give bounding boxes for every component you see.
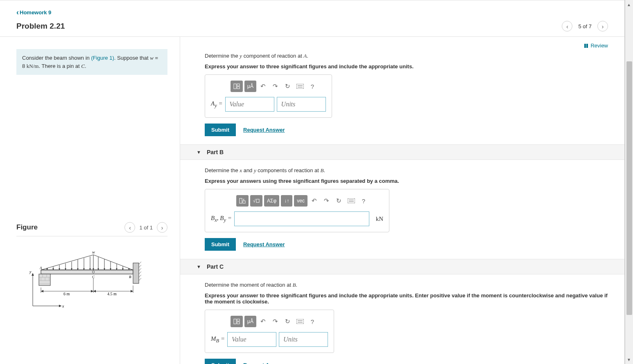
part-b-submit-button[interactable]: Submit bbox=[205, 238, 236, 251]
template-button[interactable] bbox=[231, 81, 243, 92]
template-button[interactable] bbox=[231, 316, 243, 327]
units-button[interactable]: μÅ bbox=[244, 316, 256, 327]
part-c-units-input[interactable] bbox=[279, 332, 328, 347]
svg-rect-73 bbox=[348, 198, 355, 203]
part-b-header[interactable]: ▼ Part B bbox=[180, 144, 624, 160]
figure-title: Figure bbox=[16, 223, 38, 231]
part-a-value-input[interactable] bbox=[225, 97, 274, 112]
svg-point-45 bbox=[93, 271, 95, 273]
keyboard-icon[interactable] bbox=[295, 316, 305, 327]
scroll-up-icon[interactable]: ▲ bbox=[625, 1, 633, 8]
greek-button[interactable]: ΑΣφ bbox=[264, 195, 279, 207]
svg-line-48 bbox=[139, 265, 141, 267]
reset-icon[interactable]: ↻ bbox=[334, 195, 344, 206]
axis-x-label: x bbox=[62, 304, 64, 308]
review-link[interactable]: Review bbox=[205, 43, 608, 49]
svg-text:√: √ bbox=[253, 198, 256, 203]
svg-rect-76 bbox=[234, 319, 236, 324]
back-link[interactable]: Homework 9 bbox=[16, 9, 51, 16]
redo-icon[interactable]: ↷ bbox=[321, 195, 332, 206]
vec-button[interactable]: vec bbox=[294, 195, 307, 207]
caret-down-icon: ▼ bbox=[197, 150, 201, 155]
keyboard-icon[interactable] bbox=[346, 195, 357, 206]
part-c-request-answer[interactable]: Request Answer bbox=[243, 362, 285, 364]
figure-section: Figure ‹ 1 of 1 › x y bbox=[16, 222, 167, 318]
reset-icon[interactable]: ↻ bbox=[283, 316, 293, 327]
part-a-submit-button[interactable]: Submit bbox=[205, 124, 236, 136]
svg-rect-65 bbox=[296, 84, 304, 89]
undo-icon[interactable]: ↶ bbox=[309, 195, 320, 206]
sqrt-button[interactable]: √ bbox=[250, 195, 262, 207]
part-c-submit-button[interactable]: Submit bbox=[205, 359, 236, 364]
svg-marker-58 bbox=[41, 290, 43, 292]
svg-marker-3 bbox=[32, 273, 34, 276]
caret-down-icon: ▼ bbox=[197, 264, 201, 269]
part-b-value-input[interactable] bbox=[234, 211, 369, 226]
svg-marker-59 bbox=[91, 290, 93, 292]
point-c-label: C bbox=[92, 275, 95, 279]
svg-line-49 bbox=[139, 268, 141, 271]
svg-line-52 bbox=[139, 278, 141, 281]
svg-rect-46 bbox=[133, 263, 139, 283]
undo-icon[interactable]: ↶ bbox=[258, 81, 269, 92]
load-label: w bbox=[92, 250, 95, 254]
part-c-header[interactable]: ▼ Part C bbox=[180, 259, 624, 274]
help-icon[interactable]: ? bbox=[358, 195, 369, 206]
dim-1: 6 m bbox=[63, 292, 70, 296]
part-c: Determine the moment of reaction at B. E… bbox=[205, 282, 616, 364]
reset-icon[interactable]: ↻ bbox=[283, 81, 293, 92]
figure-link[interactable]: (Figure 1) bbox=[91, 55, 114, 61]
axis-y-label: y bbox=[29, 270, 32, 274]
arrows-button[interactable]: ↓↑ bbox=[281, 195, 292, 207]
svg-rect-72 bbox=[256, 199, 259, 202]
problem-description: Consider the beam shown in (Figure 1). S… bbox=[16, 49, 167, 75]
scrollbar-handle[interactable] bbox=[626, 61, 632, 315]
undo-icon[interactable]: ↶ bbox=[258, 316, 269, 327]
scroll-down-icon[interactable]: ▼ bbox=[625, 356, 633, 363]
part-a-instructions: Express your answer to three significant… bbox=[205, 63, 616, 70]
next-problem-button[interactable]: › bbox=[597, 21, 608, 31]
part-c-value-input[interactable] bbox=[227, 332, 276, 347]
dim-2: 4.5 m bbox=[107, 292, 117, 296]
keyboard-icon[interactable] bbox=[295, 81, 305, 92]
part-b-units: kN bbox=[376, 216, 383, 222]
problem-nav: ‹ 5 of 7 › bbox=[562, 21, 608, 31]
next-figure-button[interactable]: › bbox=[157, 222, 167, 233]
part-a-request-answer[interactable]: Request Answer bbox=[243, 127, 285, 133]
svg-rect-68 bbox=[240, 198, 242, 203]
outer-scrollbar[interactable]: ▲ ▼ bbox=[625, 0, 633, 364]
part-c-instructions: Express your answer to three significant… bbox=[205, 292, 616, 305]
problem-title: Problem 2.21 bbox=[16, 22, 65, 31]
part-a: Determine the y component of reaction at… bbox=[205, 53, 616, 136]
part-b: Determine the x and y components of reac… bbox=[205, 167, 616, 251]
part-b-request-answer[interactable]: Request Answer bbox=[243, 241, 285, 247]
point-a-label: A bbox=[39, 266, 42, 270]
svg-marker-60 bbox=[93, 290, 96, 292]
header: Homework 9 Problem 2.21 ‹ 5 of 7 › bbox=[0, 2, 624, 36]
nav-position: 5 of 7 bbox=[578, 23, 592, 29]
help-icon[interactable]: ? bbox=[307, 81, 318, 92]
units-button[interactable]: μÅ bbox=[244, 81, 256, 92]
part-a-units-input[interactable] bbox=[277, 97, 326, 112]
svg-marker-2 bbox=[59, 305, 61, 307]
svg-rect-78 bbox=[237, 322, 240, 324]
review-icon bbox=[584, 44, 588, 48]
svg-text:x: x bbox=[243, 198, 244, 201]
beam-diagram: x y w bbox=[29, 249, 151, 318]
svg-rect-62 bbox=[234, 84, 236, 89]
prev-figure-button[interactable]: ‹ bbox=[124, 222, 135, 233]
template-button[interactable]: x bbox=[236, 195, 249, 207]
part-b-instructions: Express your answers using three signifi… bbox=[205, 178, 616, 184]
svg-rect-63 bbox=[237, 84, 240, 86]
svg-rect-77 bbox=[237, 319, 240, 321]
point-b-label: B bbox=[129, 275, 131, 279]
prev-problem-button[interactable]: ‹ bbox=[562, 21, 572, 31]
svg-line-47 bbox=[139, 262, 141, 264]
svg-marker-5 bbox=[41, 255, 133, 270]
svg-rect-79 bbox=[296, 319, 304, 324]
left-panel: Consider the beam shown in (Figure 1). S… bbox=[0, 37, 180, 364]
help-icon[interactable]: ? bbox=[307, 316, 318, 327]
redo-icon[interactable]: ↷ bbox=[270, 316, 281, 327]
redo-icon[interactable]: ↷ bbox=[270, 81, 281, 92]
part-a-toolbar: μÅ ↶ ↷ ↻ ? bbox=[231, 81, 326, 92]
